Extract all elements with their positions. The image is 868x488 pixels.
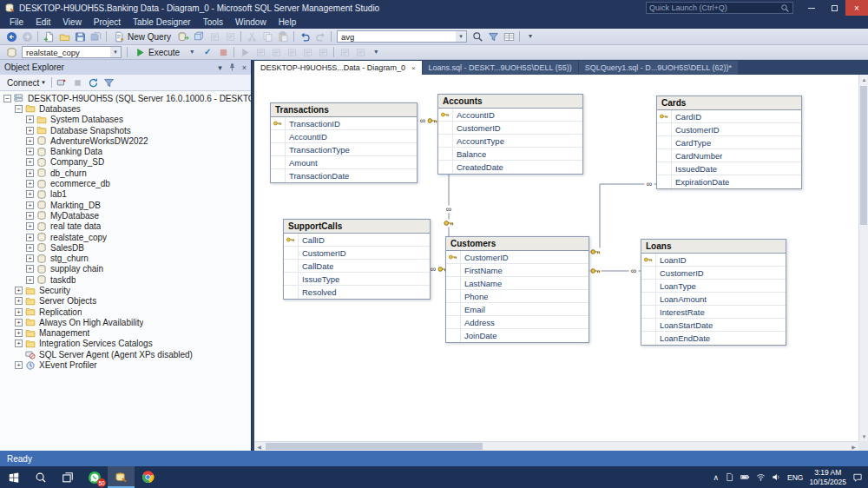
save-icon[interactable] bbox=[72, 30, 88, 43]
uncomment-icon[interactable] bbox=[284, 46, 299, 59]
mdx-query-icon[interactable] bbox=[207, 30, 222, 43]
show-hidden-icons[interactable]: ∧ bbox=[713, 473, 719, 482]
table-title[interactable]: Cards bbox=[657, 96, 801, 110]
overflow-icon[interactable]: ▾ bbox=[523, 30, 538, 43]
execute-dropdown-icon[interactable]: ▾ bbox=[184, 46, 200, 59]
expand-icon[interactable]: + bbox=[15, 329, 23, 337]
network-icon[interactable] bbox=[756, 472, 766, 482]
save-all-icon[interactable] bbox=[88, 30, 103, 43]
chrome-taskbar-button[interactable] bbox=[135, 466, 161, 488]
column-row[interactable]: LoanType bbox=[641, 280, 786, 293]
column-row[interactable]: Resolved bbox=[284, 286, 430, 299]
close-button[interactable]: × bbox=[845, 0, 868, 16]
debug-icon[interactable] bbox=[237, 46, 253, 59]
table-accounts[interactable]: AccountsAccountIDCustomerIDAccountTypeBa… bbox=[437, 94, 583, 175]
tree-item-sql-server-agent-agent-xps-disabled[interactable]: SQL Server Agent (Agent XPs disabled) bbox=[0, 349, 251, 359]
tree-item-real-tate-data[interactable]: +real tate data bbox=[0, 221, 251, 232]
column-row[interactable]: JoinDate bbox=[446, 329, 589, 342]
start-taskbar-button[interactable] bbox=[0, 466, 27, 488]
new-query-button[interactable]: New Query bbox=[109, 30, 175, 43]
table-title[interactable]: Accounts bbox=[438, 95, 582, 109]
column-row[interactable]: CustomerID bbox=[284, 247, 430, 260]
menu-tools[interactable]: Tools bbox=[197, 17, 229, 27]
new-doc-icon[interactable] bbox=[41, 30, 56, 43]
expand-icon[interactable]: + bbox=[15, 308, 23, 316]
column-row[interactable]: LoanStartDate bbox=[641, 319, 786, 332]
menu-file[interactable]: File bbox=[3, 17, 30, 27]
tree-item-company-sd[interactable]: +Company_SD bbox=[0, 157, 251, 168]
tree-item-db-churn[interactable]: +db_churn bbox=[0, 168, 251, 178]
scroll-up-icon[interactable]: ▲ bbox=[859, 75, 868, 84]
tree-item-salesdb[interactable]: +SalesDB bbox=[0, 242, 251, 253]
expand-icon[interactable]: + bbox=[15, 287, 23, 294]
filter-oe-icon[interactable] bbox=[102, 76, 117, 89]
clock[interactable]: 3:19 AM10/15/2025 bbox=[809, 468, 846, 485]
menu-table-designer[interactable]: Table Designer bbox=[127, 17, 197, 27]
column-row[interactable]: Phone bbox=[446, 290, 589, 303]
column-row[interactable]: AccountType bbox=[438, 135, 582, 148]
tab-close-icon[interactable]: × bbox=[411, 64, 416, 72]
menu-project[interactable]: Project bbox=[88, 17, 127, 27]
column-row[interactable]: CustomerID bbox=[657, 123, 801, 136]
paste-icon[interactable] bbox=[275, 30, 291, 43]
tree-item-adventureworksdw2022[interactable]: +AdventureWorksDW2022 bbox=[0, 135, 251, 146]
tree-item-security[interactable]: +Security bbox=[0, 285, 251, 295]
expand-icon[interactable]: + bbox=[26, 212, 34, 220]
outdent-icon[interactable] bbox=[315, 46, 331, 59]
tree-item-supplay-chain[interactable]: +supplay chain bbox=[0, 264, 251, 274]
tree-item-realstate-copy[interactable]: +realstate_copy bbox=[0, 232, 251, 242]
table-title[interactable]: Transactions bbox=[271, 103, 417, 117]
vertical-scroll-thumb[interactable] bbox=[860, 86, 867, 225]
vertical-scrollbar[interactable]: ▲ ▼ bbox=[858, 75, 868, 441]
relationship-accounts-customers[interactable]: ∞ bbox=[444, 175, 455, 236]
scroll-down-icon[interactable]: ▼ bbox=[859, 432, 868, 441]
sqlcmd-icon[interactable] bbox=[253, 46, 268, 59]
tree-item-markting-db[interactable]: +Markting_DB bbox=[0, 200, 251, 210]
tree-item-system-databases[interactable]: +System Databases bbox=[0, 115, 251, 125]
analysis-query-icon[interactable] bbox=[191, 30, 207, 43]
stop-oe-icon[interactable] bbox=[70, 76, 86, 89]
menu-help[interactable]: Help bbox=[273, 17, 303, 27]
tree-item-mydatabase[interactable]: +MyDatabase bbox=[0, 210, 251, 221]
expand-icon[interactable]: + bbox=[26, 201, 34, 209]
column-row[interactable]: LastName bbox=[446, 277, 589, 290]
column-row[interactable]: CardNumber bbox=[657, 149, 801, 162]
column-row[interactable]: AccountID bbox=[438, 109, 582, 122]
search-taskbar-button[interactable] bbox=[27, 466, 54, 488]
open-folder-icon[interactable] bbox=[56, 30, 72, 43]
table-customers[interactable]: CustomersCustomerIDFirstNameLastNamePhon… bbox=[445, 236, 589, 343]
column-row[interactable]: ExpirationDate bbox=[657, 175, 801, 188]
table-transactions[interactable]: TransactionsTransactionIDAccountIDTransa… bbox=[270, 102, 418, 183]
grid-icon[interactable] bbox=[501, 30, 516, 43]
column-row[interactable]: CallDate bbox=[284, 260, 430, 273]
overflow-icon[interactable]: ▾ bbox=[368, 46, 384, 59]
column-row[interactable]: Amount bbox=[271, 156, 417, 169]
tree-item-ecommerce-db[interactable]: +ecommerce_db bbox=[0, 178, 251, 188]
expand-icon[interactable]: + bbox=[26, 234, 34, 241]
tree-item-banking-data[interactable]: +Banking Data bbox=[0, 146, 251, 156]
pin-icon[interactable] bbox=[227, 63, 237, 72]
refresh-icon[interactable] bbox=[86, 76, 102, 89]
tree-item-server-objects[interactable]: +Server Objects bbox=[0, 296, 251, 307]
column-row[interactable]: CallID bbox=[284, 234, 430, 247]
column-row[interactable]: CardType bbox=[657, 136, 801, 149]
db-engine-query-icon[interactable] bbox=[175, 30, 191, 43]
expand-icon[interactable]: + bbox=[26, 169, 34, 177]
column-row[interactable]: CustomerID bbox=[446, 251, 589, 264]
column-row[interactable]: AccountID bbox=[271, 130, 417, 143]
menu-window[interactable]: Window bbox=[229, 17, 273, 27]
column-row[interactable]: Balance bbox=[438, 148, 582, 161]
redo-icon[interactable] bbox=[312, 30, 328, 43]
column-row[interactable]: CustomerID bbox=[438, 122, 582, 135]
column-row[interactable]: Email bbox=[446, 303, 589, 316]
available-db-icon[interactable] bbox=[3, 46, 19, 59]
undo-icon[interactable] bbox=[297, 30, 312, 43]
column-row[interactable]: CardID bbox=[657, 110, 801, 123]
expand-icon[interactable]: + bbox=[26, 265, 34, 273]
menu-edit[interactable]: Edit bbox=[30, 17, 56, 27]
expand-icon[interactable]: + bbox=[26, 127, 34, 135]
filter-icon[interactable] bbox=[485, 30, 501, 43]
expand-icon[interactable]: + bbox=[26, 137, 34, 145]
scroll-left-icon[interactable]: ◀ bbox=[254, 442, 264, 451]
column-row[interactable]: InterestRate bbox=[641, 306, 786, 319]
